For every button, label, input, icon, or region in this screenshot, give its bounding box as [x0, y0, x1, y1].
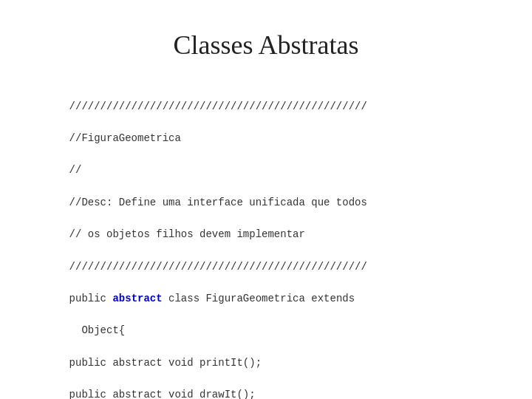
code-line-10: public abstract void drawIt(); [69, 389, 256, 399]
code-line-3: // [69, 164, 82, 176]
code-line-1: ////////////////////////////////////////… [69, 100, 367, 112]
code-line-7-post: class FiguraGeometrica extends [163, 293, 355, 304]
code-line-8: Object{ [69, 324, 126, 336]
code-line-4: //Desc: Define uma interface unificada q… [69, 197, 367, 208]
slide: Classes Abstratas //////////////////////… [0, 0, 532, 399]
code-line-6: ////////////////////////////////////////… [69, 261, 367, 273]
code-line-7-pre: public [69, 293, 113, 304]
code-block: ////////////////////////////////////////… [44, 83, 367, 399]
code-line-9: public abstract void printIt(); [69, 357, 262, 369]
code-keyword-abstract: abstract [112, 293, 162, 304]
code-line-2: //FiguraGeometrica [69, 132, 181, 144]
slide-title: Classes Abstratas [174, 30, 359, 61]
code-line-5: // os objetos filhos devem implementar [69, 228, 305, 240]
